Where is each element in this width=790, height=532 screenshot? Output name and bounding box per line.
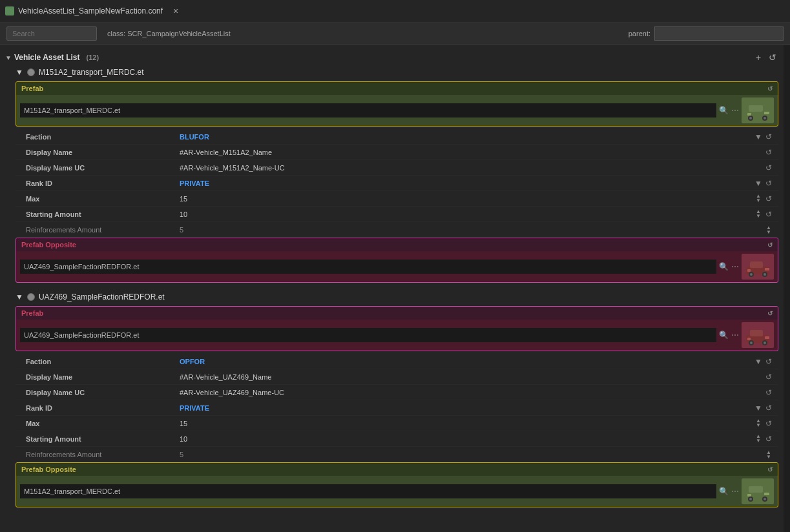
- startingamount-spinner-0[interactable]: ▲ ▼: [754, 210, 763, 219]
- reinforcements-spinner-1[interactable]: ▲ ▼: [764, 450, 773, 459]
- prop-value-reinforcements-1: 5: [176, 451, 764, 458]
- prop-label-startingamount-1: Starting Amount: [21, 435, 176, 443]
- prop-value-rankid-0: PRIVATE: [176, 179, 754, 187]
- faction-dropdown-button-0[interactable]: ▼: [754, 132, 763, 141]
- prefab-opp-input-0[interactable]: [20, 260, 716, 274]
- toolbar-parent-label: parent:: [629, 30, 650, 37]
- section-header[interactable]: ▼ Vehicle Asset List (12) + ↺: [0, 49, 784, 66]
- prefab-opp-reset-1[interactable]: ↺: [767, 466, 773, 473]
- prop-value-startingamount-1: 10: [176, 435, 754, 443]
- displayname-reset-button-1[interactable]: ↺: [764, 373, 773, 382]
- max-spinner-0[interactable]: ▲ ▼: [754, 194, 763, 203]
- prop-actions-max-0: ▲ ▼ ↺: [754, 194, 773, 203]
- vehicle-dot-1: [27, 293, 35, 301]
- prefab-thumbnail-red-1: [742, 322, 774, 348]
- prop-row-rankid-1: Rank ID PRIVATE ▼ ↺: [16, 400, 778, 416]
- rankid-dropdown-button-1[interactable]: ▼: [754, 404, 763, 413]
- svg-point-29: [764, 498, 766, 500]
- prefab-opp-search-icon-0[interactable]: 🔍: [719, 262, 729, 271]
- rankid-dropdown-button-0[interactable]: ▼: [754, 179, 763, 188]
- max-reset-button-0[interactable]: ↺: [764, 194, 773, 203]
- prefab-box-green-0: Prefab ↺ 🔍 ⋯: [16, 81, 778, 127]
- prefab-reset-green-0[interactable]: ↺: [767, 85, 773, 92]
- svg-point-27: [749, 498, 752, 500]
- prop-actions-startingamount-0: ▲ ▼ ↺: [754, 210, 773, 219]
- prop-value-reinforcements-0: 5: [176, 226, 764, 234]
- prop-value-faction-1: OPFOR: [176, 358, 754, 365]
- prop-label-rankid-1: Rank ID: [21, 404, 176, 412]
- prefab-thumbnail-green-0: [742, 97, 774, 123]
- vehicle-arrow-0: ▼: [16, 68, 23, 77]
- startingamount-reset-button-0[interactable]: ↺: [764, 210, 773, 219]
- prop-actions-max-1: ▲ ▼ ↺: [754, 419, 773, 428]
- vehicle-name-0: M151A2_transport_MERDC.et: [39, 68, 144, 77]
- prefab-opp-search-icon-1[interactable]: 🔍: [719, 487, 729, 496]
- displaynameuc-reset-button-0[interactable]: ↺: [764, 163, 773, 172]
- vehicle-header-0[interactable]: ▼ M151A2_transport_MERDC.et: [0, 66, 784, 79]
- svg-rect-31: [764, 493, 769, 495]
- prop-label-displayname-1: Display Name: [21, 373, 176, 381]
- max-spinner-1[interactable]: ▲ ▼: [754, 419, 763, 428]
- vehicle-header-1[interactable]: ▼ UAZ469_SampleFactionREDFOR.et: [0, 291, 784, 303]
- prefab-box-red-1: Prefab ↺ 🔍 ⋯: [16, 306, 778, 351]
- parent-input[interactable]: [654, 26, 784, 41]
- prefab-label-green-opp-1: Prefab Opposite ↺: [16, 463, 778, 476]
- prop-actions-displaynameuc-0: ↺: [764, 163, 773, 172]
- prop-actions-startingamount-1: ▲ ▼ ↺: [754, 435, 773, 444]
- prop-value-max-0: 15: [176, 195, 754, 203]
- faction-reset-button-1[interactable]: ↺: [764, 357, 773, 366]
- startingamount-reset-button-1[interactable]: ↺: [764, 435, 773, 444]
- prop-actions-faction-0: ▼ ↺: [754, 132, 773, 141]
- section-actions: + ↺: [753, 52, 778, 63]
- toolbar-parent: parent:: [629, 26, 784, 41]
- vehicle-opp-thumbnail-svg-0: [743, 255, 772, 278]
- prop-value-displayname-1: #AR-Vehicle_UAZ469_Name: [176, 373, 764, 381]
- svg-rect-9: [750, 261, 763, 268]
- prop-row-rankid-0: Rank ID PRIVATE ▼ ↺: [16, 176, 778, 191]
- svg-rect-23: [765, 336, 769, 339]
- startingamount-spinner-1[interactable]: ▲ ▼: [754, 435, 763, 444]
- rankid-reset-button-1[interactable]: ↺: [764, 404, 773, 413]
- displaynameuc-reset-button-1[interactable]: ↺: [764, 388, 773, 397]
- vehicle-content-1: Prefab ↺ 🔍 ⋯: [10, 303, 784, 513]
- prefab-opp-reset-0[interactable]: ↺: [767, 241, 773, 249]
- prop-label-displaynameuc-1: Display Name UC: [21, 389, 176, 396]
- max-reset-button-1[interactable]: ↺: [764, 419, 773, 428]
- prop-value-displayname-0: #AR-Vehicle_M151A2_Name: [176, 148, 764, 156]
- prefab-opp-input-1[interactable]: [20, 484, 716, 498]
- prefab-search-icon-0[interactable]: 🔍: [719, 106, 729, 115]
- svg-rect-25: [749, 486, 763, 493]
- rankid-reset-button-0[interactable]: ↺: [764, 179, 773, 188]
- prop-row-displayname-1: Display Name #AR-Vehicle_UAZ469_Name ↺: [16, 369, 778, 385]
- section-arrow: ▼: [5, 54, 12, 61]
- reinforcements-spinner-0[interactable]: ▲ ▼: [764, 225, 773, 234]
- close-button[interactable]: ×: [171, 6, 181, 16]
- faction-reset-button-0[interactable]: ↺: [764, 132, 773, 141]
- prefab-box-red-0: Prefab Opposite ↺ 🔍 ⋯: [16, 238, 778, 283]
- faction-dropdown-button-1[interactable]: ▼: [754, 357, 763, 366]
- prefab-input-green-0[interactable]: [20, 103, 716, 118]
- scrollbar[interactable]: [784, 45, 790, 532]
- prefab-box-green-opp-1: Prefab Opposite ↺ 🔍 ⋯: [16, 462, 778, 507]
- prefab-opp-dots-icon-1[interactable]: ⋯: [731, 487, 739, 496]
- prefab-search-icon-1[interactable]: 🔍: [719, 331, 729, 340]
- prefab-reset-red-1[interactable]: ↺: [767, 310, 773, 317]
- prop-row-startingamount-0: Starting Amount 10 ▲ ▼ ↺: [16, 207, 778, 222]
- reset-section-button[interactable]: ↺: [767, 52, 778, 63]
- prefab-input-red-1[interactable]: [20, 328, 716, 342]
- prefab-body-red-1: 🔍 ⋯: [16, 320, 778, 351]
- add-item-button[interactable]: +: [753, 52, 764, 63]
- prefab-body-green-opp-1: 🔍 ⋯: [16, 476, 778, 507]
- prop-label-displayname-0: Display Name: [21, 148, 176, 156]
- vehicle-thumbnail-svg-0: [743, 99, 772, 122]
- prefab-dots-icon-0[interactable]: ⋯: [731, 106, 739, 115]
- search-input[interactable]: [6, 26, 97, 41]
- prefab-opp-dots-icon-0[interactable]: ⋯: [731, 262, 739, 271]
- prop-row-max-0: Max 15 ▲ ▼ ↺: [16, 191, 778, 207]
- prop-actions-rankid-0: ▼ ↺: [754, 179, 773, 188]
- svg-rect-7: [764, 112, 769, 114]
- prefab-dots-icon-1[interactable]: ⋯: [731, 331, 739, 340]
- main-content: ▼ Vehicle Asset List (12) + ↺ ▼ M151A2_t…: [0, 45, 790, 532]
- property-panel: ▼ Vehicle Asset List (12) + ↺ ▼ M151A2_t…: [0, 45, 784, 532]
- displayname-reset-button-0[interactable]: ↺: [764, 148, 773, 157]
